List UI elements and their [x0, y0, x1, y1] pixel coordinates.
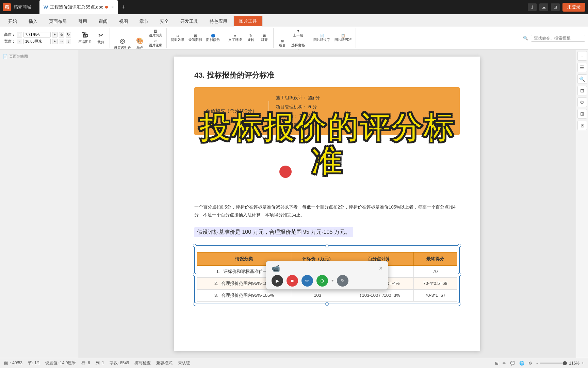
- rotate-cw-btn[interactable]: ↻: [66, 32, 71, 37]
- word-count: 字数: 8549: [110, 360, 129, 366]
- handle-tm[interactable]: [325, 244, 329, 247]
- ribbon-tabs: 开始 插入 页面布局 引用 审阅 视图 章节 安全 开发工具 特色应用 图片工具: [0, 14, 588, 27]
- sidebar-right-list[interactable]: ☰: [577, 63, 587, 72]
- video-stop-btn[interactable]: ■: [287, 275, 298, 287]
- transparent-btn[interactable]: ◎ 设置透明色: [113, 36, 132, 51]
- convert-btns: 📄 图片转文字 📋 图片转PDF: [312, 29, 353, 47]
- comment-icon[interactable]: 💬: [510, 361, 515, 366]
- tab-special[interactable]: 特色应用: [204, 16, 233, 27]
- transparent-icon: ◎: [120, 37, 125, 45]
- login-button[interactable]: 未登录: [562, 3, 585, 12]
- video-overlay-close-btn[interactable]: ×: [379, 265, 382, 272]
- edit-icon[interactable]: ✏: [503, 361, 506, 366]
- handle-br[interactable]: [458, 302, 461, 306]
- group-icon: ⊞: [281, 39, 284, 43]
- score-box-right: 施工组织设计： 25 分 项目管理机构： 5 分 投标报价： 70 分: [269, 87, 460, 135]
- sidebar-right-search[interactable]: 🔍: [577, 74, 587, 84]
- handle-tl[interactable]: [193, 244, 196, 247]
- tab-insert[interactable]: 插入: [23, 16, 43, 27]
- height-minus[interactable]: -: [17, 32, 22, 37]
- height-input[interactable]: 7.71厘米: [23, 32, 51, 37]
- outline-btn[interactable]: ▭ 图片轮廓: [147, 39, 164, 48]
- cloud-icon: ☁: [539, 3, 548, 11]
- sidebar-right-settings[interactable]: ⚙: [577, 97, 587, 107]
- width-label: 宽度：: [4, 39, 15, 44]
- spell-check[interactable]: 拼写检查: [134, 360, 151, 366]
- flip-h-btn[interactable]: ↔: [59, 39, 64, 44]
- video-overlay-header: 📹 ×: [272, 264, 382, 272]
- globe-icon[interactable]: 🌐: [519, 361, 524, 366]
- select-pane-btn[interactable]: ☰ 选择窗格: [290, 39, 306, 48]
- expand-icon[interactable]: ⊞: [495, 361, 499, 366]
- shadow-color-icon: 🔵: [211, 34, 215, 37]
- color-btn[interactable]: 🎨 颜色: [134, 36, 146, 51]
- width-plus[interactable]: +: [52, 39, 58, 44]
- flip-v-btn[interactable]: ↕: [66, 39, 71, 44]
- compress-crop-btns: 🗜 压缩图片 ✂ 裁剪: [77, 29, 107, 47]
- tab-chapter[interactable]: 章节: [134, 16, 154, 27]
- width-minus[interactable]: -: [17, 39, 22, 44]
- col-info: 列: 1: [96, 360, 104, 366]
- sidebar-right-copy[interactable]: ⎘: [577, 121, 587, 130]
- handle-tr[interactable]: [458, 244, 461, 247]
- tab-dev-tools[interactable]: 开发工具: [175, 16, 203, 27]
- text-wrap-btn[interactable]: ≡ 文字环绕: [227, 33, 243, 43]
- lock-ratio-btn[interactable]: ⊙: [59, 32, 64, 37]
- to-text-btn[interactable]: 📄 图片转文字: [312, 33, 332, 43]
- video-pen-btn[interactable]: ✏: [301, 275, 313, 287]
- zoom-slider[interactable]: [540, 363, 567, 364]
- search-input[interactable]: [531, 35, 585, 42]
- row3-calc: （103-100）/100=3%: [344, 289, 414, 301]
- zoom-in-btn[interactable]: +: [582, 361, 584, 366]
- titlebar-right: 1 ☁ ⊡ 未登录: [528, 3, 585, 12]
- ribbon-group-arrange: ≡ 文字环绕 ↻ 旋转 ⊞ 对齐: [226, 28, 274, 48]
- handle-ml[interactable]: [193, 273, 196, 276]
- handle-bl[interactable]: [193, 302, 196, 306]
- group-btn[interactable]: ⊞ 组合: [276, 39, 289, 48]
- tab-reference[interactable]: 引用: [73, 16, 93, 27]
- search-icon: 🔍: [523, 36, 528, 41]
- page-num-icon: 1: [528, 3, 537, 11]
- handle-mr[interactable]: [458, 273, 461, 276]
- text-wrap-icon: ≡: [234, 34, 236, 37]
- align-btn[interactable]: ⊞ 对齐: [258, 33, 271, 43]
- tab-start[interactable]: 开始: [3, 16, 22, 27]
- col-score: 最终得分: [414, 252, 457, 265]
- tab-review[interactable]: 审阅: [93, 16, 113, 27]
- rotate-btn[interactable]: ↻ 旋转: [245, 33, 257, 43]
- height-plus[interactable]: +: [52, 32, 58, 37]
- to-text-icon: 📄: [320, 34, 324, 37]
- width-input[interactable]: 16.80厘米: [23, 39, 51, 44]
- zoom-out-btn[interactable]: -: [536, 361, 538, 366]
- tab-picture-tools[interactable]: 图片工具: [233, 16, 263, 27]
- video-circle-btn[interactable]: ⊙: [316, 275, 328, 287]
- video-controls: ▶ ■ ✏ ⊙ • ✎: [272, 275, 382, 287]
- sidebar-right-grid[interactable]: ⊞: [577, 109, 587, 119]
- shadow-effect-btn[interactable]: □ 阴影效果: [169, 33, 186, 43]
- height-label: 高度：: [4, 32, 15, 37]
- tab-security[interactable]: 安全: [154, 16, 174, 27]
- fill-btn[interactable]: 🖼 图片填充: [147, 29, 164, 39]
- prev-layer-btn[interactable]: ⬆ 上一层: [290, 29, 306, 39]
- compress-pic-btn[interactable]: 🗜 压缩图片: [77, 31, 93, 45]
- video-play-btn[interactable]: ▶: [272, 275, 283, 287]
- settings-icon[interactable]: ⚙: [528, 361, 532, 366]
- row1-score: 70: [414, 265, 457, 277]
- ribbon-group-fill: ◎ 设置透明色 🎨 颜色 🖼 图片填充 ▭ 图片轮廓 ↺ 重设图片: [111, 28, 167, 48]
- document-tab[interactable]: W 工程造价知识汇总55点.doc ×: [39, 0, 118, 14]
- set-shadow-btn[interactable]: ▩ 设置阴影: [187, 33, 203, 43]
- paper: 43. 投标报价的评分标准 分值构成（总分100分） 施工组织设计： 25 分 …: [174, 57, 480, 351]
- new-tab-btn[interactable]: +: [122, 4, 126, 11]
- sidebar-right-crop[interactable]: ⊡: [577, 86, 587, 95]
- tab-view[interactable]: 视图: [114, 16, 133, 27]
- to-pdf-btn[interactable]: 📋 图片转PDF: [333, 33, 353, 43]
- tab-page-layout[interactable]: 页面布局: [44, 16, 72, 27]
- handle-bm[interactable]: [325, 302, 329, 306]
- crop-btn[interactable]: ✂ 裁剪: [95, 31, 107, 45]
- video-pencil-btn[interactable]: ✎: [337, 275, 348, 287]
- sidebar-right-zoom-in[interactable]: -: [577, 51, 587, 61]
- body-text-partial: 一个百分点扣0.5分，评标价在评标基准价95%以下者，每低一个百分点扣2分，评标…: [194, 203, 460, 219]
- tab-close-btn[interactable]: ×: [111, 5, 114, 10]
- shadow-color-btn[interactable]: 🔵 阴影颜色: [205, 33, 221, 43]
- tab-title: 工程造价知识汇总55点.doc: [50, 4, 103, 10]
